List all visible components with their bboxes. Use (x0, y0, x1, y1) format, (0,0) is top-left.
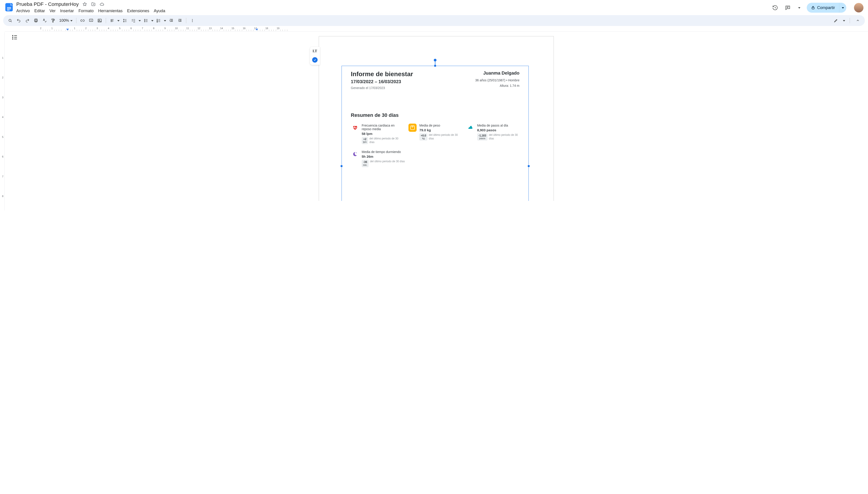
card-delta-label: del último periodo de 30 días (429, 133, 462, 140)
scale-icon (409, 124, 417, 132)
menu-ayuda[interactable]: Ayuda (154, 8, 165, 13)
indent-increase-icon[interactable] (176, 17, 183, 24)
indent-decrease-icon[interactable] (168, 17, 175, 24)
report-user-bio: 36 años (25/01/1987) • Hombre (475, 78, 520, 82)
card-title: Media de tiempo durmiendo (362, 150, 405, 154)
paint-format-icon[interactable] (50, 17, 57, 24)
print-icon[interactable] (33, 17, 39, 24)
menu-insertar[interactable]: Insertar (60, 8, 74, 13)
summary-card-steps: Media de pasos al día 8,903 pasos -1,183… (466, 124, 520, 144)
svg-rect-2 (7, 8, 11, 9)
menu-editar[interactable]: Editar (34, 8, 45, 13)
svg-rect-5 (812, 7, 814, 9)
editing-mode-icon[interactable] (832, 17, 839, 24)
share-label: Compartir (817, 5, 835, 10)
left-indent-marker-icon[interactable] (66, 29, 69, 31)
resize-handle-w[interactable] (341, 165, 342, 167)
doc-title[interactable]: Prueba PDF - ComputerHoy (16, 1, 79, 7)
page[interactable]: LT Informe de bienestar 17/03/2022 – 16/… (319, 36, 554, 201)
svg-point-23 (192, 21, 193, 22)
languagetool-logo-icon[interactable]: LT (313, 49, 317, 55)
undo-icon[interactable] (15, 17, 22, 24)
resize-handle-n[interactable] (434, 65, 436, 66)
menu-archivo[interactable]: Archivo (16, 8, 30, 13)
mode-caret-icon[interactable] (843, 20, 845, 21)
summary-card-sleep: z Media de tiempo durmiendo 5h 26m -36mi… (351, 150, 410, 167)
insert-link-icon[interactable] (79, 17, 86, 24)
languagetool-ok-icon[interactable] (312, 57, 318, 62)
meet-button[interactable] (797, 7, 800, 8)
svg-point-22 (192, 20, 193, 21)
checklist-icon[interactable] (130, 17, 137, 24)
account-avatar[interactable] (854, 3, 864, 13)
rotate-handle-icon[interactable] (434, 59, 436, 61)
spellcheck-icon[interactable] (41, 17, 48, 24)
card-delta-label: del último periodo de 30 días (370, 160, 405, 164)
svg-point-21 (192, 19, 193, 20)
summary-card-heartrate: Frecuencia cardiaca en reposo media 58 l… (351, 124, 404, 144)
svg-text:z: z (356, 152, 357, 154)
languagetool-float[interactable]: LT (310, 47, 320, 65)
card-delta: -36min. (362, 160, 369, 167)
svg-rect-1 (7, 7, 11, 8)
more-icon[interactable] (189, 17, 196, 24)
image-selection[interactable]: Informe de bienestar 17/03/2022 – 16/03/… (342, 66, 529, 201)
number-caret-icon[interactable] (164, 20, 166, 21)
summary-title: Resumen de 30 días (351, 112, 520, 118)
svg-point-25 (13, 37, 13, 38)
insert-image-icon[interactable] (96, 17, 103, 24)
svg-rect-10 (52, 19, 54, 20)
bullet-list-icon[interactable] (143, 17, 149, 24)
card-delta-label: del último periodo de 30 días (489, 133, 520, 140)
docs-logo[interactable] (4, 3, 14, 12)
ruler-vertical[interactable]: 12345678 (0, 32, 4, 210)
menu-bar: Archivo Editar Ver Insertar Formato Herr… (16, 8, 165, 13)
card-delta: +0.0kg (419, 133, 428, 140)
card-value: 5h 26m (362, 155, 405, 158)
share-button[interactable]: Compartir (807, 3, 839, 13)
document-outline-icon[interactable] (11, 34, 18, 42)
card-delta: +2lpm (362, 137, 368, 144)
svg-point-17 (145, 21, 145, 22)
summary-card-weight: Media de peso 79.0 kg +0.0kgdel último p… (409, 124, 461, 144)
report-user-name: Juanma Delgado (475, 71, 520, 76)
number-list-icon[interactable]: 123 (155, 17, 162, 24)
bullet-caret-icon[interactable] (151, 20, 153, 21)
caret-down-icon (70, 20, 73, 21)
checklist-caret-icon[interactable] (138, 20, 141, 21)
align-icon[interactable] (109, 17, 115, 24)
move-icon[interactable] (91, 2, 96, 7)
line-spacing-icon[interactable] (121, 17, 128, 24)
menu-herramientas[interactable]: Herramientas (98, 8, 122, 13)
svg-text:3: 3 (157, 21, 157, 23)
document-canvas[interactable]: LT Informe de bienestar 17/03/2022 – 16/… (4, 32, 868, 201)
resize-handle-e[interactable] (528, 165, 530, 167)
align-caret-icon[interactable] (117, 20, 119, 21)
report-generated: Generado el 17/03/2023 (351, 86, 413, 90)
ruler-horizontal[interactable]: 2112345678910111213141516171819 (4, 26, 868, 32)
card-value: 79.0 kg (419, 128, 461, 132)
menu-formato[interactable]: Formato (78, 8, 94, 13)
shoe-icon (466, 124, 474, 132)
collapse-icon[interactable] (854, 17, 861, 24)
zoom-select[interactable]: 100% (58, 18, 73, 23)
report-title: Informe de bienestar (351, 71, 413, 78)
meet-caret-icon[interactable] (798, 7, 800, 8)
redo-icon[interactable] (24, 17, 31, 24)
search-icon[interactable] (7, 17, 14, 24)
comments-icon[interactable] (785, 4, 791, 11)
svg-point-6 (9, 19, 11, 21)
svg-point-16 (145, 20, 145, 21)
star-icon[interactable] (82, 2, 87, 7)
share-dropdown[interactable] (839, 3, 846, 13)
menu-ver[interactable]: Ver (50, 8, 56, 13)
menu-extensiones[interactable]: Extensiones (127, 8, 149, 13)
cloud-status-icon[interactable] (99, 2, 105, 7)
share-button-group: Compartir (807, 3, 846, 13)
svg-point-15 (145, 19, 145, 20)
history-icon[interactable] (772, 4, 778, 11)
svg-point-26 (13, 39, 13, 39)
card-delta: -1,183pasos (477, 133, 488, 140)
card-title: Frecuencia cardiaca en reposo media (362, 124, 404, 131)
add-comment-icon[interactable] (88, 17, 94, 24)
